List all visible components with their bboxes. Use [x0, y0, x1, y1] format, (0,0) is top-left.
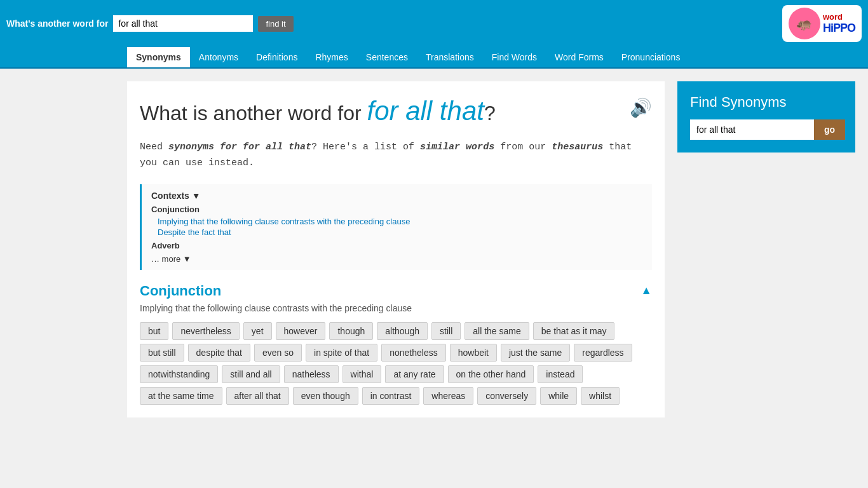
tab-find-words[interactable]: Find Words — [483, 47, 546, 67]
word-pill[interactable]: instead — [538, 365, 583, 383]
word-pill[interactable]: after all that — [226, 387, 289, 405]
heading-row: What is another word for for all that? 🔊 — [140, 94, 652, 139]
page-heading: What is another word for for all that? — [140, 94, 630, 129]
description-text: Need synonyms for for all that? Here's a… — [140, 139, 652, 172]
heading-suffix: ? — [484, 102, 496, 125]
conjunction-section: Conjunction ▲ Implying that the followin… — [140, 283, 652, 405]
word-pill[interactable]: even so — [254, 344, 302, 362]
heading-highlight: for all that — [367, 96, 484, 126]
pills-container: butneverthelessyethoweverthoughalthoughs… — [140, 322, 652, 405]
top-search-input[interactable] — [113, 15, 253, 32]
star-icon: ✱ — [848, 6, 858, 22]
context-category-conjunction: Conjunction Implying that the following … — [151, 205, 642, 237]
word-pill[interactable]: while — [540, 387, 577, 405]
context-item-2[interactable]: Despite the fact that — [158, 227, 642, 237]
context-item-1[interactable]: Implying that the following clause contr… — [158, 217, 642, 226]
word-pill[interactable]: at any rate — [385, 365, 444, 383]
heading-prefix: What is another word for — [140, 102, 362, 125]
word-pill[interactable]: though — [329, 322, 373, 340]
tab-rhymes[interactable]: Rhymes — [306, 47, 356, 67]
word-pill[interactable]: in spite of that — [306, 344, 377, 362]
word-pill[interactable]: nonetheless — [381, 344, 446, 362]
word-pill[interactable]: although — [377, 322, 428, 340]
contexts-box: Contexts ▼ Conjunction Implying that the… — [140, 184, 652, 270]
conjunction-subtitle: Implying that the following clause contr… — [140, 303, 652, 313]
word-pill[interactable]: whilst — [581, 387, 620, 405]
speaker-icon[interactable]: 🔊 — [630, 97, 652, 118]
tab-sentences[interactable]: Sentences — [357, 47, 417, 67]
find-it-button[interactable]: find it — [258, 16, 293, 32]
sidebar-search-input[interactable] — [690, 119, 814, 140]
top-bar: What's another word for find it 🦛 word H… — [0, 0, 868, 47]
contexts-header[interactable]: Contexts ▼ — [151, 191, 642, 201]
word-pill[interactable]: conversely — [477, 387, 536, 405]
nav-tabs: Synonyms Antonyms Definitions Rhymes Sen… — [0, 47, 868, 69]
word-pill[interactable]: just the same — [501, 344, 570, 362]
sidebar: Find Synonyms go — [677, 81, 855, 417]
conjunction-section-header: Conjunction ▲ — [140, 283, 652, 299]
word-pill[interactable]: however — [276, 322, 326, 340]
word-pill[interactable]: but still — [140, 344, 184, 362]
word-pill[interactable]: yet — [243, 322, 272, 340]
tab-synonyms[interactable]: Synonyms — [127, 47, 190, 67]
word-pill[interactable]: on the other hand — [448, 365, 534, 383]
word-pill[interactable]: still and all — [222, 365, 280, 383]
word-pill[interactable]: whereas — [423, 387, 473, 405]
tab-translations[interactable]: Translations — [417, 47, 483, 67]
sidebar-search-row: go — [690, 119, 843, 140]
conjunction-category-label: Conjunction — [151, 205, 642, 214]
context-category-adverb: Adverb — [151, 241, 642, 250]
adverb-category-label: Adverb — [151, 241, 642, 250]
word-pill[interactable]: even though — [293, 387, 358, 405]
more-link[interactable]: … more ▼ — [151, 254, 642, 264]
find-synonyms-box: Find Synonyms go — [677, 81, 855, 152]
word-pill[interactable]: at the same time — [140, 387, 222, 405]
tab-word-forms[interactable]: Word Forms — [546, 47, 613, 67]
word-pill[interactable]: be that as it may — [533, 322, 615, 340]
content-area: What is another word for for all that? 🔊… — [127, 81, 665, 417]
collapse-arrow[interactable]: ▲ — [641, 284, 652, 297]
word-pill[interactable]: howbeit — [450, 344, 497, 362]
main-layout: What is another word for for all that? 🔊… — [0, 69, 868, 430]
sidebar-go-button[interactable]: go — [814, 119, 845, 140]
word-pill[interactable]: withal — [342, 365, 382, 383]
word-pill[interactable]: all the same — [465, 322, 529, 340]
word-pill[interactable]: regardless — [574, 344, 632, 362]
word-pill[interactable]: in contrast — [362, 387, 420, 405]
word-pill[interactable]: notwithstanding — [140, 365, 218, 383]
tab-definitions[interactable]: Definitions — [247, 47, 306, 67]
conjunction-title: Conjunction — [140, 283, 221, 299]
word-pill[interactable]: but — [140, 322, 168, 340]
top-bar-label: What's another word for — [6, 18, 108, 29]
word-pill[interactable]: nevertheless — [172, 322, 239, 340]
tab-antonyms[interactable]: Antonyms — [190, 47, 247, 67]
word-pill[interactable]: despite that — [188, 344, 250, 362]
word-pill[interactable]: still — [431, 322, 461, 340]
word-pill[interactable]: natheless — [284, 365, 339, 383]
find-synonyms-title: Find Synonyms — [690, 94, 843, 111]
tab-pronunciations[interactable]: Pronunciations — [613, 47, 689, 67]
